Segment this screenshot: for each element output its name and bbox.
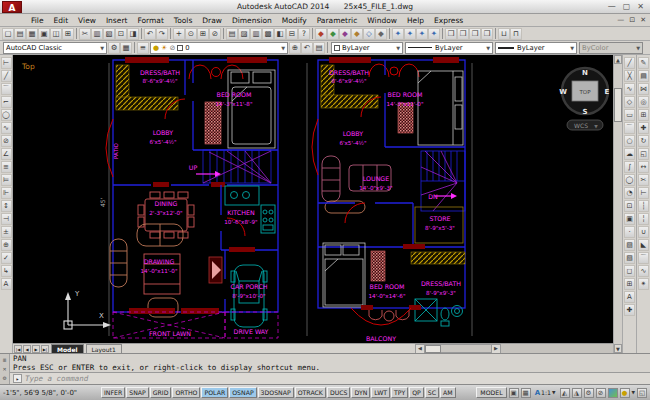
- viewcube-east[interactable]: E: [605, 88, 610, 96]
- ellipse-icon[interactable]: ◯: [624, 174, 635, 186]
- prev-tab-button[interactable]: ◀: [23, 345, 31, 353]
- scroll-up-icon[interactable]: ▲: [614, 55, 622, 64]
- zoom-window-icon[interactable]: ⊞: [197, 28, 209, 40]
- extend-icon[interactable]: ⊢: [638, 187, 649, 199]
- save-icon[interactable]: ▦: [26, 28, 38, 40]
- plot-preview-icon[interactable]: ◫: [50, 28, 62, 40]
- menu-file[interactable]: File: [26, 16, 49, 25]
- paste-icon[interactable]: ▧: [103, 28, 115, 40]
- menu-window[interactable]: Window: [362, 16, 402, 25]
- cut-icon[interactable]: ✂: [79, 28, 91, 40]
- toggle-tpy[interactable]: TPY: [391, 387, 408, 398]
- workspace-icon-1[interactable]: ❒: [445, 28, 457, 40]
- baseline-icon[interactable]: ⊨: [1, 174, 12, 186]
- tab-model[interactable]: Model: [51, 344, 84, 353]
- ordinate-icon[interactable]: ⌐: [1, 96, 12, 108]
- toggle-otrack[interactable]: OTRACK: [295, 387, 326, 398]
- close-icon[interactable]: ✕: [637, 2, 644, 11]
- trim-icon[interactable]: ✂: [638, 174, 649, 186]
- match-properties-icon[interactable]: ⊡: [115, 28, 127, 40]
- scroll-thumb[interactable]: [614, 88, 622, 122]
- lights-icon[interactable]: ◆: [327, 28, 339, 40]
- toggle-ducs[interactable]: DUCS: [327, 387, 351, 398]
- circle-icon[interactable]: ○: [624, 135, 635, 147]
- polyline-icon[interactable]: ∿: [624, 83, 635, 95]
- jogged-icon[interactable]: ∿: [1, 122, 12, 134]
- workspace-icon-4[interactable]: ❒: [481, 28, 493, 40]
- orbit-icon[interactable]: ✦: [392, 28, 404, 40]
- inspect-icon[interactable]: ✓: [1, 252, 12, 264]
- vertical-scrollbar[interactable]: ▲ ▼: [613, 55, 622, 353]
- model-space-button[interactable]: MODEL: [476, 387, 506, 398]
- viewcube-south[interactable]: S: [582, 108, 587, 116]
- region-icon[interactable]: ◻: [624, 265, 635, 277]
- tool-palettes-icon[interactable]: ▥: [250, 28, 262, 40]
- construction-line-icon[interactable]: ╳: [624, 70, 635, 82]
- drawing-canvas[interactable]: .lbl { fill:#ff2bff; font-size:6.3px; fo…: [13, 55, 613, 343]
- layer-states-icon[interactable]: ▤: [313, 42, 325, 54]
- workspace-settings-icon[interactable]: ⚙: [108, 42, 120, 54]
- toolbar-lock-icon[interactable]: ⊘: [596, 388, 606, 398]
- make-object-layer-current-icon[interactable]: ⊕: [289, 42, 301, 54]
- first-tab-button[interactable]: |◀: [14, 345, 22, 353]
- annotation-visibility-icon[interactable]: ◭: [560, 388, 570, 398]
- annotation-scale-control[interactable]: A 1:1 ▼: [533, 389, 558, 397]
- menu-insert[interactable]: Insert: [101, 16, 133, 25]
- join-icon[interactable]: ∪: [638, 226, 649, 238]
- restore-icon[interactable]: ▢: [623, 2, 631, 11]
- command-input[interactable]: ▸ Type a command: [10, 372, 650, 384]
- continuous-orbit-icon[interactable]: ✦: [416, 28, 428, 40]
- viewcube-north[interactable]: N: [582, 69, 588, 77]
- color-dropdown[interactable]: ByLayer ▼: [331, 42, 403, 54]
- save-workspace-icon[interactable]: ▦: [120, 42, 132, 54]
- hyperlink-icon[interactable]: ⊓: [510, 28, 522, 40]
- spline-icon[interactable]: ∫: [624, 161, 635, 173]
- toggle-osnap[interactable]: OSNAP: [229, 387, 256, 398]
- radius-icon[interactable]: ◯: [1, 109, 12, 121]
- make-block-icon[interactable]: ▣: [624, 213, 635, 225]
- publish-icon[interactable]: ⊞: [62, 28, 74, 40]
- break-icon[interactable]: ╎: [638, 213, 649, 225]
- workspace-switching-icon[interactable]: ⚙: [584, 388, 594, 398]
- break-at-point-icon[interactable]: ┆: [638, 200, 649, 212]
- dimension-edit-icon[interactable]: A: [1, 278, 12, 290]
- dimension-space-icon[interactable]: ↕: [1, 200, 12, 212]
- toggle-snap[interactable]: SNAP: [126, 387, 149, 398]
- fillet-icon[interactable]: ⌒: [638, 252, 649, 264]
- blend-curves-icon[interactable]: ∿: [638, 265, 649, 277]
- horizontal-scrollbar[interactable]: ◀ ▶: [415, 344, 501, 353]
- materials-browser-icon[interactable]: ◆: [351, 28, 363, 40]
- chamfer-icon[interactable]: ◣: [638, 239, 649, 251]
- etransmit-icon[interactable]: ⊔: [498, 28, 510, 40]
- line-icon[interactable]: ╱: [624, 57, 635, 69]
- linetype-dropdown[interactable]: ByLayer ▼: [405, 42, 493, 54]
- command-window-grip[interactable]: ≡ ✕ ⚙: [0, 354, 10, 384]
- explode-icon[interactable]: ✴: [638, 278, 649, 290]
- design-center-icon[interactable]: ▨: [238, 28, 250, 40]
- jog-line-icon[interactable]: ↳: [1, 265, 12, 277]
- minimize-icon[interactable]: —: [608, 2, 616, 11]
- quick-view-drawings-icon[interactable]: ▦: [521, 388, 531, 398]
- diameter-icon[interactable]: ⊘: [1, 135, 12, 147]
- scroll-thumb[interactable]: [425, 345, 441, 353]
- menu-draw[interactable]: Draw: [197, 16, 227, 25]
- materials-icon[interactable]: ◆: [339, 28, 351, 40]
- point-icon[interactable]: ·: [624, 226, 635, 238]
- copy-icon[interactable]: ▤: [638, 70, 649, 82]
- toggle-sc[interactable]: SC: [425, 387, 439, 398]
- free-orbit-icon[interactable]: ✦: [404, 28, 416, 40]
- layer-properties-icon[interactable]: ≡: [137, 42, 149, 54]
- angular-icon[interactable]: ∠: [1, 148, 12, 160]
- block-editor-icon[interactable]: ◨: [127, 28, 139, 40]
- add-selected-icon[interactable]: ✚: [624, 304, 635, 316]
- toggle-polar[interactable]: POLAR: [201, 387, 228, 398]
- scroll-down-icon[interactable]: ▼: [614, 344, 622, 353]
- lineweight-dropdown[interactable]: ByLayer ▼: [495, 42, 577, 54]
- workspace-dropdown[interactable]: AutoCAD Classic▼: [3, 42, 107, 54]
- aligned-dimension-icon[interactable]: ╱: [1, 70, 12, 82]
- qnew-icon[interactable]: ▢: [2, 28, 14, 40]
- offset-icon[interactable]: ◎: [638, 96, 649, 108]
- toggle-qp[interactable]: QP: [409, 387, 424, 398]
- ellipse-arc-icon[interactable]: ◔: [624, 187, 635, 199]
- dimension-break-icon[interactable]: ⊣: [1, 213, 12, 225]
